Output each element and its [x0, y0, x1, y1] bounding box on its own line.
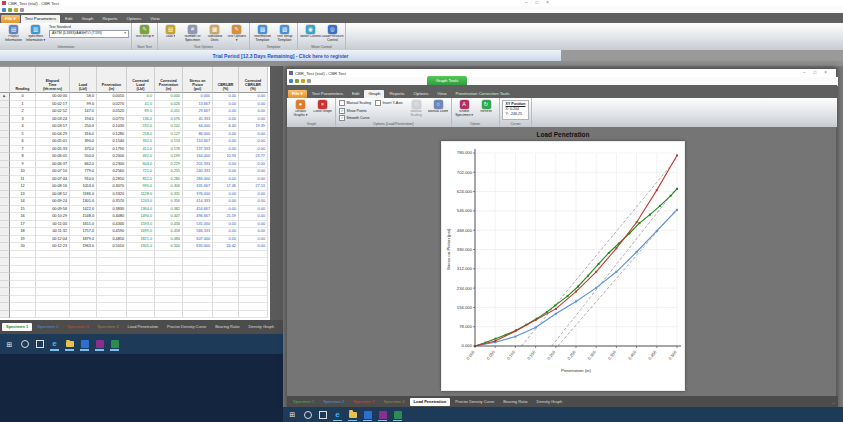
table-cell[interactable]: [213, 281, 239, 289]
maximize-icon[interactable]: □: [536, 1, 539, 6]
table-cell[interactable]: 0.00: [213, 191, 239, 199]
table-cell[interactable]: 0.3570: [97, 198, 127, 206]
table-cell[interactable]: 0.00: [239, 228, 268, 236]
table-cell[interactable]: [239, 296, 268, 304]
table-cell[interactable]: 995.0: [127, 183, 155, 191]
table-cell[interactable]: 1053.0: [70, 183, 97, 191]
table-cell[interactable]: [10, 266, 36, 274]
table-row[interactable]: 1000:07:10779.00.2560721.00.255240.3330.…: [0, 168, 270, 176]
table-cell[interactable]: 0.00: [239, 116, 268, 124]
table-cell[interactable]: 0.00: [239, 138, 268, 146]
table-cell[interactable]: [36, 251, 70, 259]
table-cell[interactable]: 0.00: [239, 161, 268, 169]
row-header[interactable]: [0, 288, 10, 296]
table-cell[interactable]: [213, 303, 239, 311]
edge-icon[interactable]: e: [333, 410, 342, 419]
sheet-tab-proctor-density-curve[interactable]: Proctor Density Curve: [451, 398, 498, 405]
search-button[interactable]: [303, 410, 312, 419]
table-cell[interactable]: [155, 303, 183, 311]
app-purple-icon[interactable]: [378, 410, 387, 419]
table-row[interactable]: 2000:12:231963.00.50101905.00.500635.000…: [0, 243, 270, 251]
table-cell[interactable]: 00:11:00: [36, 221, 70, 229]
table-row[interactable]: [0, 288, 270, 296]
table-row[interactable]: 800:06:05550.00.2000492.00.199164.00010.…: [0, 153, 270, 161]
row-header[interactable]: [0, 161, 10, 169]
table-cell[interactable]: [70, 288, 97, 296]
table-cell[interactable]: 00:09:56: [36, 206, 70, 214]
row-header[interactable]: [0, 311, 10, 319]
table-row[interactable]: [0, 311, 270, 319]
table-cell[interactable]: 0.306: [155, 183, 183, 191]
table-cell[interactable]: [183, 258, 213, 266]
sheet-tab-load-penetration[interactable]: Load Penetration: [124, 323, 162, 330]
table-cell[interactable]: 390.0: [70, 138, 97, 146]
row-header[interactable]: [0, 183, 10, 191]
row-header[interactable]: [0, 153, 10, 161]
close-icon[interactable]: ×: [824, 71, 827, 76]
table-cell[interactable]: 0.00: [239, 191, 268, 199]
table-cell[interactable]: 0.00: [239, 146, 268, 154]
table-row[interactable]: 1200:08:161053.00.3070995.00.306331.6671…: [0, 183, 270, 191]
table-cell[interactable]: 0: [10, 93, 36, 101]
table-row[interactable]: 900:06:37662.00.2300604.00.229201.3330.0…: [0, 161, 270, 169]
table-cell[interactable]: 492.0: [127, 153, 155, 161]
checkbox-invert-y-axis[interactable]: Invert Y-Axis: [375, 100, 402, 106]
table-cell[interactable]: 376.000: [183, 191, 213, 199]
table-cell[interactable]: [10, 281, 36, 289]
table-cell[interactable]: 1186.0: [70, 191, 97, 199]
table-cell[interactable]: 10.93: [213, 153, 239, 161]
table-cell[interactable]: 0.4340: [97, 221, 127, 229]
close-graph-button[interactable]: ×Close Graph: [312, 99, 333, 114]
table-cell[interactable]: [97, 266, 127, 274]
table-cell[interactable]: 0.00: [213, 228, 239, 236]
table-cell[interactable]: 0.0270: [97, 101, 127, 109]
tab-graph[interactable]: Graph: [364, 90, 384, 98]
table-cell[interactable]: 0.153: [155, 138, 183, 146]
table-cell[interactable]: [10, 303, 36, 311]
table-cell[interactable]: [213, 288, 239, 296]
table-cell[interactable]: [70, 266, 97, 274]
table-cell[interactable]: [97, 273, 127, 281]
table-cell[interactable]: 1301.0: [70, 198, 97, 206]
table-cell[interactable]: [213, 266, 239, 274]
table-cell[interactable]: [239, 288, 268, 296]
table-cell[interactable]: [127, 273, 155, 281]
row-header[interactable]: [0, 101, 10, 109]
table-cell[interactable]: [183, 311, 213, 319]
table-cell[interactable]: 0.076: [155, 116, 183, 124]
row-header[interactable]: [0, 236, 10, 244]
table-row[interactable]: 200:02:52147.00.052089.00.05129.6670.000…: [0, 108, 270, 116]
motor-control-button[interactable]: ◉Motor Control: [300, 24, 321, 39]
table-cell[interactable]: 331.667: [183, 183, 213, 191]
table-cell[interactable]: 316.0: [70, 131, 97, 139]
chart-panel[interactable]: 0.00078.000156.000234.000312.000390.0004…: [441, 141, 685, 391]
sheet-tab-density-graph[interactable]: Density Graph: [533, 398, 567, 405]
table-cell[interactable]: [213, 273, 239, 281]
column-header[interactable]: Reading: [10, 67, 36, 93]
tab-edit[interactable]: Edit: [61, 15, 76, 23]
table-cell[interactable]: 721.0: [127, 168, 155, 176]
table-cell[interactable]: 0.00: [239, 93, 268, 101]
table-cell[interactable]: [70, 311, 97, 319]
table-cell[interactable]: 0.0010: [97, 93, 127, 101]
tab-view[interactable]: View: [146, 15, 163, 23]
table-cell[interactable]: 9: [10, 161, 36, 169]
sheet-tab-bearing-ratio[interactable]: Bearing Ratio: [211, 323, 243, 330]
column-header[interactable]: [0, 67, 10, 93]
number-of-specimen-button[interactable]: #Number of Specimen: [182, 24, 203, 43]
table-row[interactable]: 1500:09:561422.00.38301364.00.382454.667…: [0, 206, 270, 214]
table-cell[interactable]: [127, 251, 155, 259]
column-header[interactable]: Stress on Piston (psi): [183, 67, 213, 93]
table-cell[interactable]: 20: [10, 243, 36, 251]
table-cell[interactable]: [183, 251, 213, 259]
close-icon[interactable]: ×: [546, 1, 549, 6]
sheet-tab-specimen-2[interactable]: Specimen 2: [33, 323, 62, 330]
table-cell[interactable]: 0.00: [213, 101, 239, 109]
table-cell[interactable]: 0.00: [239, 131, 268, 139]
table-cell[interactable]: 414.333: [183, 198, 213, 206]
sheet-tab-specimen-3[interactable]: Specimen 3: [63, 323, 92, 330]
table-row[interactable]: 1700:11:001651.00.43401593.00.433531.000…: [0, 221, 270, 229]
table-cell[interactable]: [10, 311, 36, 319]
table-cell[interactable]: 0.433: [155, 221, 183, 229]
table-row[interactable]: 300:03:24194.00.0770136.00.07645.3330.00…: [0, 116, 270, 124]
